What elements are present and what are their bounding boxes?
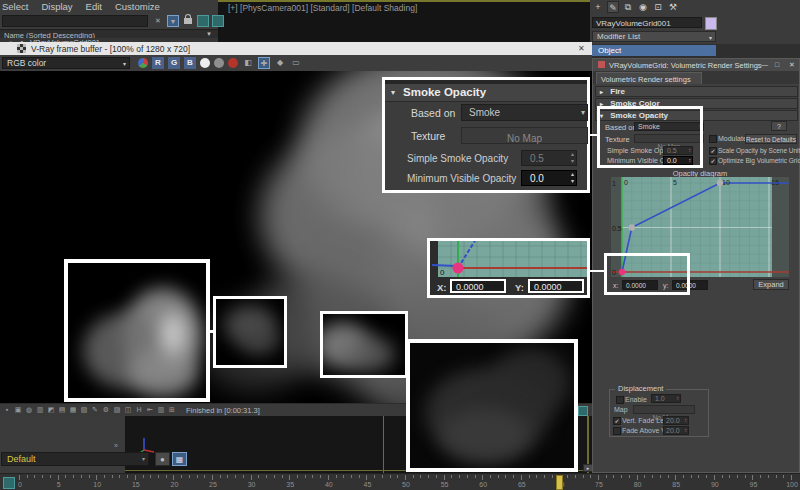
- timeline-tick[interactable]: [513, 475, 514, 478]
- timeline-tick[interactable]: [760, 475, 761, 478]
- expand-button[interactable]: Expand: [753, 279, 789, 290]
- timeline-tick[interactable]: [42, 475, 43, 478]
- spinner-icon[interactable]: ↕: [685, 417, 688, 423]
- timeline-tick[interactable]: [336, 475, 337, 478]
- timeline-tick[interactable]: [698, 475, 699, 478]
- timeline-tick[interactable]: [675, 475, 676, 480]
- timeline-tick[interactable]: [366, 475, 367, 480]
- vert-fade-spinner[interactable]: 20.0 ↕: [663, 416, 689, 425]
- timeline-ruler[interactable]: 0510152025303540455055606570758085909510…: [0, 473, 800, 490]
- stop-render-icon[interactable]: [228, 58, 238, 68]
- duplicate-buffer-icon[interactable]: ◧: [242, 57, 254, 69]
- timeline-tick[interactable]: [660, 475, 661, 478]
- timeline-tick[interactable]: [521, 475, 522, 480]
- rollout-expanded-icon[interactable]: ▾: [391, 88, 395, 97]
- timeline-tick[interactable]: [490, 475, 491, 478]
- timeline-tick[interactable]: [305, 475, 306, 478]
- x-coord-field[interactable]: 0.0000: [450, 279, 506, 293]
- sync-selection-icon[interactable]: [212, 15, 224, 27]
- timeline-tick[interactable]: [27, 475, 28, 478]
- timeline-tick[interactable]: [274, 475, 275, 478]
- fade-above-checkbox[interactable]: [613, 427, 621, 435]
- chevron-down-icon[interactable]: ▾: [581, 108, 585, 117]
- object-name-field[interactable]: VRayVolumeGrid001: [592, 17, 702, 28]
- timeline-tick[interactable]: [297, 475, 298, 478]
- timeline-tick[interactable]: [282, 475, 283, 478]
- region-grid-icon[interactable]: ⊞: [168, 405, 176, 414]
- timeline-tick[interactable]: [150, 475, 151, 478]
- compare-icon[interactable]: ◫: [124, 405, 132, 414]
- timeline-tick[interactable]: [81, 475, 82, 478]
- timeline-tick[interactable]: [629, 475, 630, 478]
- timeline-tick[interactable]: [606, 475, 607, 478]
- spinner-icon[interactable]: ↕: [685, 427, 688, 433]
- color-bars-icon[interactable]: ▥: [157, 405, 165, 414]
- background-icon[interactable]: ▨: [113, 405, 121, 414]
- timeline-tick[interactable]: [413, 475, 414, 478]
- timeline-tick[interactable]: [135, 475, 136, 480]
- monochrome-icon[interactable]: [214, 58, 224, 68]
- search-input[interactable]: [2, 15, 148, 27]
- timeline-tick[interactable]: [652, 475, 653, 478]
- spinner-up-icon[interactable]: ▴: [571, 150, 574, 157]
- texture-map-button[interactable]: No Map: [461, 127, 588, 144]
- follow-mouse-icon[interactable]: ✚: [258, 57, 270, 69]
- tab-volumetric-render-settings[interactable]: Volumetric Render settings: [596, 72, 702, 84]
- overlay-rollout-header[interactable]: ▾ Smoke Opacity: [385, 84, 587, 102]
- timeline-tick[interactable]: [343, 475, 344, 478]
- based-on-dropdown[interactable]: Smoke ▾: [461, 104, 588, 121]
- panel-overflow-chevron[interactable]: »: [114, 442, 118, 449]
- settings-gear-icon[interactable]: ⚙: [102, 405, 110, 414]
- timeline-tick[interactable]: [505, 475, 506, 478]
- spinner-icon[interactable]: ↕: [677, 395, 680, 401]
- timeline-tick[interactable]: [197, 475, 198, 478]
- timeline-tick[interactable]: [451, 475, 452, 478]
- time-slider[interactable]: [556, 475, 563, 490]
- modifier-list-dropdown[interactable]: Modifier List ▾: [592, 31, 716, 42]
- timeline-tick[interactable]: [544, 475, 545, 478]
- timeline-tick[interactable]: [637, 475, 638, 480]
- timeline-tick[interactable]: [382, 475, 383, 478]
- lock-selection-icon[interactable]: [182, 15, 194, 27]
- close-icon[interactable]: ✕: [789, 61, 795, 69]
- timeline-tick[interactable]: [783, 475, 784, 478]
- timeline-tick[interactable]: [459, 475, 460, 478]
- timeline-tick[interactable]: [166, 475, 167, 478]
- bottom-left-dropdown[interactable]: Default ▾: [1, 452, 149, 466]
- timeline-tick[interactable]: [405, 475, 406, 480]
- histogram-icon[interactable]: ▥: [36, 405, 44, 414]
- optimize-grids-checkbox[interactable]: ✓: [709, 157, 717, 165]
- blue-channel-icon[interactable]: B: [184, 57, 196, 69]
- timeline-tick[interactable]: [706, 475, 707, 478]
- timeline-tick[interactable]: [227, 475, 228, 478]
- history-icon[interactable]: H: [135, 405, 143, 414]
- close-icon[interactable]: ✕: [578, 44, 585, 53]
- vert-fade-checkbox[interactable]: ✓: [613, 417, 621, 425]
- timeline-tick[interactable]: [181, 475, 182, 478]
- timeline-tick[interactable]: [34, 475, 35, 478]
- simple-smoke-opacity-spinner[interactable]: 0.5 ▴ ▾: [521, 150, 577, 166]
- timeline-tick[interactable]: [212, 475, 213, 480]
- timeline-tick[interactable]: [266, 475, 267, 478]
- white-balance-icon[interactable]: ▤: [58, 405, 66, 414]
- modulate-checkbox[interactable]: [709, 135, 717, 143]
- timeline-tick[interactable]: [73, 475, 74, 478]
- scale-opacity-checkbox[interactable]: ✓: [709, 147, 717, 155]
- timeline-tick[interactable]: [65, 475, 66, 478]
- timeline-tick[interactable]: [420, 475, 421, 478]
- timeline-tick[interactable]: [475, 475, 476, 478]
- timeline-tick[interactable]: [791, 475, 792, 480]
- timeline-tick[interactable]: [529, 475, 530, 478]
- timeline-tick[interactable]: [89, 475, 90, 478]
- timeline-tick[interactable]: [482, 475, 483, 480]
- timeline-tick[interactable]: [143, 475, 144, 478]
- reset-to-defaults-button[interactable]: Reset to Defaults: [745, 134, 797, 144]
- goto-start-icon[interactable]: ⇤: [146, 405, 154, 414]
- object-color-swatch[interactable]: [705, 17, 717, 30]
- render-last-icon[interactable]: ◆: [274, 57, 286, 69]
- timeline-tick[interactable]: [235, 475, 236, 478]
- channels-icon[interactable]: ▣: [14, 405, 22, 414]
- menu-edit[interactable]: Edit: [86, 1, 102, 12]
- timeline-tick[interactable]: [220, 475, 221, 478]
- select-set-icon[interactable]: [197, 15, 209, 27]
